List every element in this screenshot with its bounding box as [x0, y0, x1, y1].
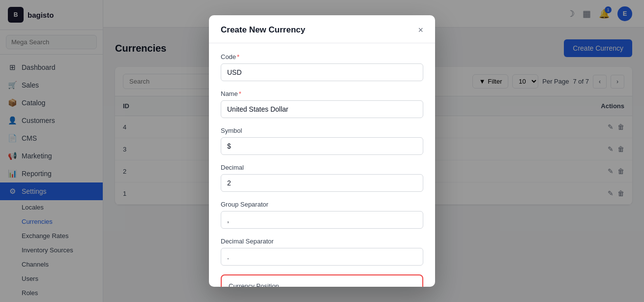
name-input[interactable] [221, 100, 423, 118]
group-separator-label: Group Separator [221, 201, 423, 208]
modal-body: Code* Name* Symbol Decimal Group Separat… [209, 43, 435, 287]
decimal-separator-input[interactable] [221, 248, 423, 266]
code-field-group: Code* [221, 53, 423, 81]
name-field-group: Name* [221, 90, 423, 118]
modal-overlay[interactable]: Create New Currency × Code* Name* Symbol [0, 0, 644, 302]
decimal-input[interactable] [221, 174, 423, 192]
group-separator-field-group: Group Separator [221, 201, 423, 229]
symbol-field-group: Symbol [221, 127, 423, 155]
modal-header: Create New Currency × [209, 15, 435, 43]
modal-close-button[interactable]: × [418, 26, 423, 34]
code-input[interactable] [221, 63, 423, 81]
symbol-input[interactable] [221, 137, 423, 155]
name-label: Name* [221, 90, 423, 97]
code-label: Code* [221, 53, 423, 60]
modal-title: Create New Currency [221, 25, 305, 35]
currency-position-wrapper: Currency Position Left Left With Space R… [221, 274, 423, 287]
group-separator-input[interactable] [221, 211, 423, 229]
decimal-label: Decimal [221, 164, 423, 171]
decimal-separator-field-group: Decimal Separator [221, 238, 423, 266]
symbol-label: Symbol [221, 127, 423, 134]
decimal-field-group: Decimal [221, 164, 423, 192]
decimal-separator-label: Decimal Separator [221, 238, 423, 245]
create-currency-modal: Create New Currency × Code* Name* Symbol [209, 15, 435, 287]
currency-position-label: Currency Position [229, 282, 415, 287]
